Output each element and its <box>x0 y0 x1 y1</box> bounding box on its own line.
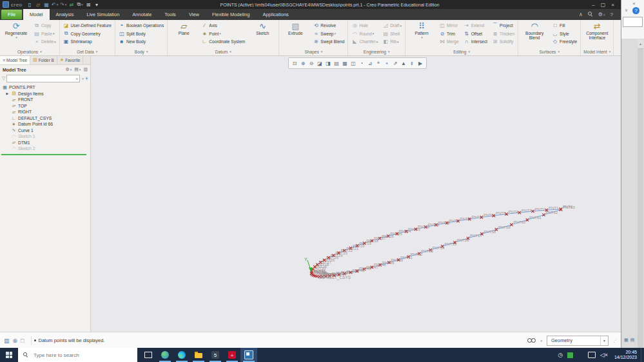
saved-orientations-icon[interactable]: ▤ <box>333 59 340 68</box>
add-filter-button[interactable]: + <box>85 76 88 82</box>
drag-mode-icon[interactable]: ⇗ <box>391 59 399 68</box>
ribbon-button-style[interactable]: ◡Style <box>551 30 578 38</box>
ribbon-button-trim[interactable]: ⊘Trim <box>438 30 460 38</box>
app-file-explorer[interactable] <box>190 348 207 362</box>
statusbar-browser-icon[interactable]: ⊛ <box>13 338 18 344</box>
scrollbar-up-icon[interactable]: ▲ <box>638 40 643 47</box>
taskbar-search[interactable] <box>18 348 137 362</box>
close-button[interactable]: × <box>611 2 614 8</box>
ribbon-button-fill[interactable]: □Fill <box>551 22 578 30</box>
ribbon-button-sketch[interactable]: ∿Sketch <box>248 20 277 35</box>
resize-grip-icon[interactable]: ⋰ <box>613 338 618 343</box>
tree-item-default-csys[interactable]: ∟DEFAULT_CSYS <box>0 115 90 122</box>
tab-view[interactable]: View <box>182 9 206 20</box>
ribbon-group-label-editing[interactable]: Editing▾ <box>407 48 516 55</box>
panel-tab-folder-b[interactable]: ▨Folder B <box>30 55 57 64</box>
view-manager-icon[interactable]: ▦ <box>341 59 349 68</box>
ribbon-button-coordinate-system[interactable]: ∟Coordinate System <box>200 38 246 46</box>
strip-scrollbar[interactable]: ▲ <box>638 40 643 348</box>
selection-filter-caret-icon[interactable]: ▼ <box>600 336 608 345</box>
tab-live-simulation[interactable]: Live Simulation <box>80 9 126 20</box>
ribbon-button-component-interface[interactable]: ⇄Component Interface <box>583 20 611 40</box>
ribbon-button-copy-geometry[interactable]: ⧉Copy Geometry <box>62 30 113 38</box>
panel-tab-model-tree[interactable]: ≡Model Tree <box>0 55 30 64</box>
app-xshell5[interactable]: 5 <box>207 348 224 362</box>
strip-chevron-icon[interactable]: ∨ <box>625 8 628 13</box>
ribbon-group-label-body[interactable]: Body▾ <box>117 48 165 55</box>
ribbon-button-extrude[interactable]: ▧Extrude <box>281 20 309 35</box>
ribbon-group-label-shapes[interactable]: Shapes▾ <box>281 48 346 55</box>
strip-close-icon[interactable]: × <box>632 1 636 6</box>
ribbon-group-label-operations[interactable]: Operations▾ <box>2 48 57 55</box>
ribbon-group-label-engineering[interactable]: Engineering▾ <box>350 48 403 55</box>
ribbon-button-intersect[interactable]: ∩Intersect <box>462 38 489 46</box>
scrollbar-thumb[interactable] <box>638 48 643 348</box>
tab-flexible-modeling[interactable]: Flexible Modeling <box>206 9 256 20</box>
tree-filter-settings-icon[interactable]: ⚙▾ <box>65 67 72 72</box>
ribbon-button-plane[interactable]: ▱Plane <box>170 20 198 35</box>
play-icon[interactable]: ▶ <box>416 59 424 68</box>
ribbon-button-swept-blend[interactable]: ≋Swept Blend <box>311 38 346 46</box>
ribbon-group-label-model-intent[interactable]: Model Intent▾ <box>583 48 611 55</box>
tree-show-icon[interactable]: ▤▾ <box>74 67 81 72</box>
tab-applications[interactable]: Applications <box>256 9 295 20</box>
datum-curve[interactable] <box>311 209 561 277</box>
datum-display-icon[interactable]: ⌖ <box>375 59 382 68</box>
tab-analysis[interactable]: Analysis <box>50 9 81 20</box>
show-desktop-button[interactable] <box>641 348 644 362</box>
app-internet[interactable] <box>157 348 173 362</box>
ribbon-button-axis[interactable]: ∕Axis <box>200 22 246 30</box>
app-creo[interactable] <box>240 348 257 362</box>
minimize-button[interactable]: – <box>592 2 594 8</box>
default-csys-marker[interactable]: YDEFAULT_CSYS <box>304 257 351 280</box>
tree-columns-icon[interactable]: ▥ <box>83 67 88 72</box>
ribbon-button-offset[interactable]: ⇅Offset <box>462 30 489 38</box>
ribbon-button-point[interactable]: ∗Point▾ <box>200 30 246 38</box>
tree-item-dtm1[interactable]: ▱DTM1 <box>0 140 90 146</box>
tray-display-icon[interactable] <box>588 352 596 358</box>
shading-style-icon[interactable]: ◨ <box>324 59 332 68</box>
ribbon-group-label-surfaces[interactable]: Surfaces▾ <box>520 48 578 55</box>
task-view-button[interactable] <box>140 348 157 362</box>
tree-item-front[interactable]: ▱FRONT <box>0 97 90 103</box>
tray-green-app-icon[interactable] <box>567 352 573 358</box>
strip-help-icon[interactable]: ? <box>632 7 639 14</box>
search-input[interactable] <box>32 352 119 359</box>
search-options-caret-icon[interactable]: ▾ <box>82 77 84 81</box>
grid-view-icon[interactable]: ▦ <box>624 338 629 343</box>
zoom-in-icon[interactable]: ⊕ <box>299 59 307 68</box>
clear-search-icon[interactable]: × <box>75 77 79 81</box>
ribbon-group-label-datum[interactable]: Datum▾ <box>170 48 277 55</box>
ribbon-button-shrinkwrap[interactable]: ▣Shrinkwrap <box>62 38 113 46</box>
ribbon-button-pattern[interactable]: ⠿Pattern▾ <box>407 20 436 40</box>
ribbon-button-user-defined-feature[interactable]: ◪User-Defined Feature <box>62 22 113 30</box>
taskbar-clock[interactable]: 20:45 14/12/2023 <box>610 348 641 362</box>
spin-center-icon[interactable]: + <box>383 59 391 68</box>
tray-clock-icon[interactable]: ◷ <box>558 352 563 358</box>
selection-filter-combobox[interactable]: Geometry ▼ <box>547 336 609 346</box>
tab-tools[interactable]: Tools <box>158 9 182 20</box>
maximize-button[interactable]: ▢ <box>601 2 606 8</box>
customize-qat-button[interactable]: ▾ <box>93 1 101 8</box>
repaint-icon[interactable]: ◪ <box>316 59 324 68</box>
minimize-ribbon-icon[interactable]: ∧ <box>579 12 583 17</box>
refit-icon[interactable]: ⊡ <box>291 59 298 68</box>
pause-icon[interactable]: ‖ <box>408 59 416 68</box>
strip-input-box[interactable] <box>623 17 643 27</box>
ribbon-button-revolve[interactable]: ⟲Revolve <box>311 22 346 30</box>
tree-item-design-items[interactable]: ▶▨Design Items <box>0 91 90 97</box>
display-filters-icon[interactable]: ◔ <box>358 59 366 68</box>
command-search-icon[interactable] <box>588 12 593 18</box>
tree-item-curve-1[interactable]: ∿Curve 1 <box>0 128 90 134</box>
zoom-out-icon[interactable]: ⊖ <box>307 59 315 68</box>
tab-model[interactable]: Model <box>23 9 49 20</box>
ribbon-button-boolean-operations[interactable]: ◓Boolean Operations <box>117 22 165 30</box>
panel-tab-favorite[interactable]: ★Favorite <box>57 55 83 64</box>
ribbon-button-sweep[interactable]: ≈Sweep▾ <box>311 30 346 38</box>
section-view-icon[interactable]: ◫ <box>349 59 357 68</box>
new-file-button[interactable]: ▯ <box>26 1 34 8</box>
ribbon-button-project[interactable]: ⌒Project <box>491 22 516 30</box>
windows-button[interactable]: ⧉▾ <box>77 1 84 8</box>
app-edge[interactable] <box>173 348 190 362</box>
tree-item-top[interactable]: ▱TOP <box>0 103 90 110</box>
